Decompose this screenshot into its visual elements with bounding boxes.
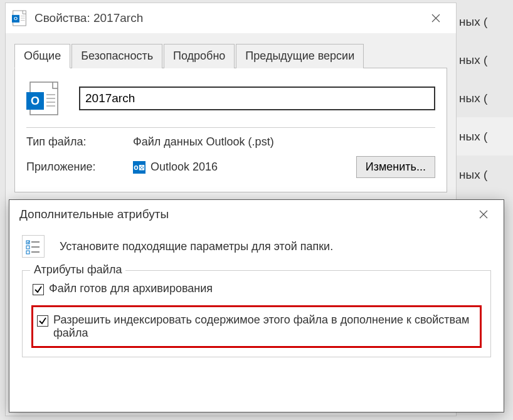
filetype-row: Тип файла: Файл данных Outlook (.pst) — [26, 135, 435, 149]
filetype-value: Файл данных Outlook (.pst) — [133, 135, 435, 149]
instruction-text: Установите подходящие параметры для этой… — [60, 240, 333, 253]
index-checkbox-label: Разрешить индексировать содержимое этого… — [53, 313, 476, 340]
svg-text:O: O — [14, 16, 18, 21]
application-value: o⊠ Outlook 2016 — [133, 160, 356, 174]
properties-titlebar: O Свойства: 2017arch — [6, 3, 456, 33]
advanced-attributes-dialog: Дополнительные атрибуты Установите подхо… — [9, 199, 504, 412]
attributes-title: Дополнительные атрибуты — [19, 207, 468, 221]
archive-checkbox-label: Файл готов для архивирования — [49, 282, 213, 295]
instruction-row: Установите подходящие параметры для этой… — [22, 235, 491, 258]
file-attributes-group: Атрибуты файла Файл готов для архивирова… — [22, 270, 491, 357]
properties-title: Свойства: 2017arch — [34, 11, 421, 25]
tab-details[interactable]: Подробно — [164, 44, 235, 68]
archive-checkbox-row: Файл готов для архивирования — [31, 280, 482, 298]
close-button[interactable] — [421, 3, 451, 33]
attributes-titlebar: Дополнительные атрибуты — [9, 200, 504, 229]
archive-checkbox[interactable] — [33, 284, 44, 295]
bg-item: ных ( — [457, 79, 513, 117]
svg-rect-17 — [26, 251, 29, 254]
bg-item: ных ( — [457, 3, 513, 41]
index-highlight: Разрешить индексировать содержимое этого… — [31, 305, 482, 348]
attributes-close-button[interactable] — [468, 199, 499, 229]
bg-item: ных ( — [457, 117, 513, 155]
tab-general[interactable]: Общие — [14, 44, 70, 68]
index-checkbox[interactable] — [37, 315, 48, 327]
tab-security[interactable]: Безопасность — [71, 44, 162, 68]
filetype-label: Тип файла: — [26, 135, 133, 149]
change-app-button[interactable]: Изменить... — [356, 156, 435, 178]
attributes-body: Установите подходящие параметры для этой… — [9, 229, 504, 364]
tab-prev-versions[interactable]: Предыдущие версии — [236, 44, 364, 68]
filename-row: O — [26, 80, 435, 128]
outlook-icon: o⊠ — [133, 161, 145, 174]
svg-text:O: O — [31, 95, 40, 107]
checklist-icon — [22, 235, 45, 258]
svg-rect-15 — [26, 246, 29, 249]
application-row: Приложение: o⊠ Outlook 2016 Изменить... — [26, 156, 435, 178]
bg-item: ных ( — [457, 155, 513, 194]
bg-item: ных ( — [457, 41, 513, 79]
file-type-icon: O — [26, 80, 60, 117]
general-panel: O Тип файла: Файл данных Outlook (.pst) … — [14, 68, 447, 192]
application-name: Outlook 2016 — [151, 160, 218, 174]
tab-strip: Общие Безопасность Подробно Предыдущие в… — [14, 43, 447, 68]
file-attributes-legend: Атрибуты файла — [30, 263, 125, 276]
application-label: Приложение: — [26, 160, 133, 174]
file-icon: O — [11, 9, 28, 27]
filename-input[interactable] — [79, 87, 435, 110]
index-checkbox-row: Разрешить индексировать содержимое этого… — [36, 311, 477, 342]
